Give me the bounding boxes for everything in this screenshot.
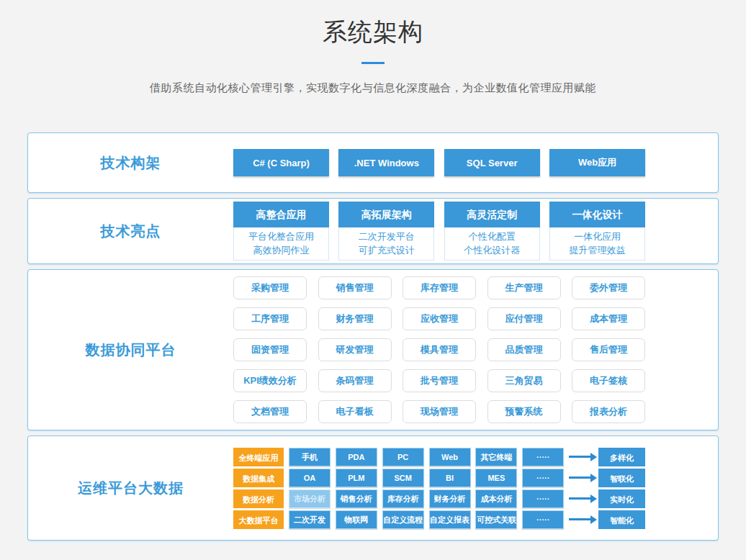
tech-button-dotnet-windows[interactable]: .NET Windows	[338, 149, 434, 176]
ops-item-button[interactable]: PLM	[336, 469, 377, 487]
module-button[interactable]: 品质管理	[487, 338, 561, 361]
ops-item-button[interactable]: 手机	[289, 448, 331, 466]
ops-item-more-button[interactable]: ·····	[522, 469, 564, 487]
module-button[interactable]: 生产管理	[487, 276, 561, 299]
page-title: 系统架构	[0, 0, 746, 49]
section-tech-highlights: 技术亮点 高整合应用 平台化整合应用 高效协同作业 高拓展架构 二次开发平台 可…	[27, 198, 719, 264]
ops-item-button[interactable]: 自定义报表	[429, 510, 471, 529]
module-button[interactable]: 电子签核	[572, 369, 645, 392]
ops-category-button[interactable]: 大数据平台	[233, 510, 284, 529]
module-button[interactable]: 模具管理	[403, 338, 476, 361]
highlight-card-title[interactable]: 高灵活定制	[444, 202, 540, 227]
module-button[interactable]: 采购管理	[233, 276, 307, 299]
module-button[interactable]: 预警系统	[487, 400, 561, 423]
ops-item-button[interactable]: 销售分析	[336, 489, 377, 508]
right-arrow-icon	[569, 518, 590, 520]
module-grid-row: 固资管理 研发管理 模具管理 品质管理 售后管理	[233, 338, 645, 361]
ops-item-button[interactable]: 自定义流程	[382, 510, 424, 529]
module-button[interactable]: 固资管理	[233, 338, 307, 361]
ops-item-button[interactable]: 市场分析	[289, 489, 331, 508]
module-button[interactable]: 应付管理	[487, 307, 561, 330]
ops-item-more-button[interactable]: ·····	[522, 510, 564, 529]
module-button[interactable]: 库存管理	[403, 276, 476, 299]
ops-item-button[interactable]: 二次开发	[289, 510, 331, 529]
ops-result-button[interactable]: 智能化	[598, 510, 645, 529]
ops-item-more-button[interactable]: ·····	[522, 448, 564, 466]
module-button[interactable]: 报表分析	[572, 400, 645, 423]
highlight-card-integration: 高整合应用 平台化整合应用 高效协同作业	[233, 202, 329, 261]
module-button[interactable]: 电子看板	[318, 400, 392, 423]
highlight-card-body: 平台化整合应用 高效协同作业	[233, 227, 329, 261]
module-button[interactable]: 成本管理	[572, 307, 645, 330]
ops-item-button[interactable]: 可控式关联	[475, 510, 517, 529]
highlight-line: 提升管理效益	[550, 243, 644, 257]
module-button[interactable]: 工序管理	[233, 307, 307, 330]
ops-result-button[interactable]: 实时化	[598, 489, 645, 508]
highlight-line: 一体化应用	[550, 230, 644, 243]
highlight-line: 个性化配置	[445, 230, 539, 243]
highlight-card-flexibility: 高灵活定制 个性化配置 个性化设计器	[444, 202, 540, 261]
section-label-tech-highlights: 技术亮点	[28, 222, 233, 241]
module-button[interactable]: KPI绩效分析	[233, 369, 307, 392]
ops-result-button[interactable]: 多样化	[598, 448, 645, 466]
ops-item-button[interactable]: PC	[382, 448, 424, 466]
section-tech-framework: 技术构架 C# (C Sharp) .NET Windows SQL Serve…	[27, 132, 719, 193]
highlight-card-title[interactable]: 高整合应用	[233, 202, 329, 227]
module-grid: 采购管理 销售管理 库存管理 生产管理 委外管理 工序管理 财务管理 应收管理 …	[233, 276, 645, 423]
ops-item-button[interactable]: MES	[475, 469, 517, 487]
module-button[interactable]: 销售管理	[318, 276, 392, 299]
section-data-platform: 数据协同平台 采购管理 销售管理 库存管理 生产管理 委外管理 工序管理 财务管…	[27, 269, 719, 430]
highlight-line: 可扩充式设计	[339, 243, 433, 257]
module-button[interactable]: 现场管理	[403, 400, 476, 423]
module-button[interactable]: 财务管理	[318, 307, 392, 330]
module-grid-row: 工序管理 财务管理 应收管理 应付管理 成本管理	[233, 307, 645, 330]
highlight-card-title[interactable]: 高拓展架构	[338, 202, 434, 227]
ops-item-button[interactable]: BI	[429, 469, 471, 487]
architecture-diagram: 技术构架 C# (C Sharp) .NET Windows SQL Serve…	[0, 132, 746, 541]
ops-category-button[interactable]: 全终端应用	[233, 448, 284, 466]
module-button[interactable]: 批号管理	[403, 369, 476, 392]
ops-rows: 全终端应用 手机 PDA PC Web 其它终端 ····· 多样化 数据集成 …	[233, 448, 645, 529]
ops-category-button[interactable]: 数据集成	[233, 469, 284, 487]
ops-row-analysis: 数据分析 市场分析 销售分析 库存分析 财务分析 成本分析 ····· 实时化	[233, 489, 645, 508]
ops-result-button[interactable]: 智联化	[598, 469, 645, 487]
ops-item-button[interactable]: SCM	[382, 469, 424, 487]
ops-row-terminals: 全终端应用 手机 PDA PC Web 其它终端 ····· 多样化	[233, 448, 645, 466]
ops-item-button[interactable]: 物联网	[336, 510, 377, 529]
ops-category-button[interactable]: 数据分析	[233, 489, 284, 508]
highlight-cards: 高整合应用 平台化整合应用 高效协同作业 高拓展架构 二次开发平台 可扩充式设计…	[233, 202, 645, 261]
ops-item-more-button[interactable]: ·····	[522, 489, 564, 508]
right-arrow-icon	[569, 497, 590, 500]
ops-item-button[interactable]: Web	[429, 448, 471, 466]
module-button[interactable]: 研发管理	[318, 338, 392, 361]
tech-button-csharp[interactable]: C# (C Sharp)	[233, 149, 329, 176]
highlight-card-body: 一体化应用 提升管理效益	[549, 227, 645, 261]
ops-item-button[interactable]: 库存分析	[382, 489, 424, 508]
module-button[interactable]: 文档管理	[233, 400, 307, 423]
section-label-tech-framework: 技术构架	[28, 153, 233, 173]
module-button[interactable]: 三角贸易	[487, 369, 561, 392]
ops-item-button[interactable]: 其它终端	[475, 448, 517, 466]
section-label-data-platform: 数据协同平台	[28, 340, 233, 360]
section-label-ops-bigdata: 运维平台大数据	[28, 479, 233, 498]
highlight-line: 二次开发平台	[339, 230, 433, 243]
page-subtitle: 借助系统自动化核心管理引擎，实现数字化与信息化深度融合，为企业数值化管理应用赋能	[0, 81, 746, 95]
module-grid-row: KPI绩效分析 条码管理 批号管理 三角贸易 电子签核	[233, 369, 645, 392]
module-button[interactable]: 售后管理	[572, 338, 645, 361]
ops-item-button[interactable]: 成本分析	[475, 489, 517, 508]
module-button[interactable]: 应收管理	[403, 307, 476, 330]
module-button[interactable]: 条码管理	[318, 369, 392, 392]
tech-stack-buttons: C# (C Sharp) .NET Windows SQL Server Web…	[233, 149, 645, 176]
ops-row-bigdata-platform: 大数据平台 二次开发 物联网 自定义流程 自定义报表 可控式关联 ····· 智…	[233, 510, 645, 529]
ops-item-button[interactable]: OA	[289, 469, 331, 487]
ops-row-integration: 数据集成 OA PLM SCM BI MES ····· 智联化	[233, 469, 645, 487]
highlight-card-title[interactable]: 一体化设计	[549, 202, 645, 227]
highlight-line: 平台化整合应用	[234, 230, 328, 243]
page-header: 系统架构 借助系统自动化核心管理引擎，实现数字化与信息化深度融合，为企业数值化管…	[0, 0, 746, 95]
tech-button-web-app[interactable]: Web应用	[549, 149, 645, 176]
tech-button-sql-server[interactable]: SQL Server	[444, 149, 540, 176]
ops-item-button[interactable]: PDA	[336, 448, 377, 466]
module-button[interactable]: 委外管理	[572, 276, 645, 299]
ops-item-button[interactable]: 财务分析	[429, 489, 471, 508]
highlight-line: 高效协同作业	[234, 243, 328, 257]
